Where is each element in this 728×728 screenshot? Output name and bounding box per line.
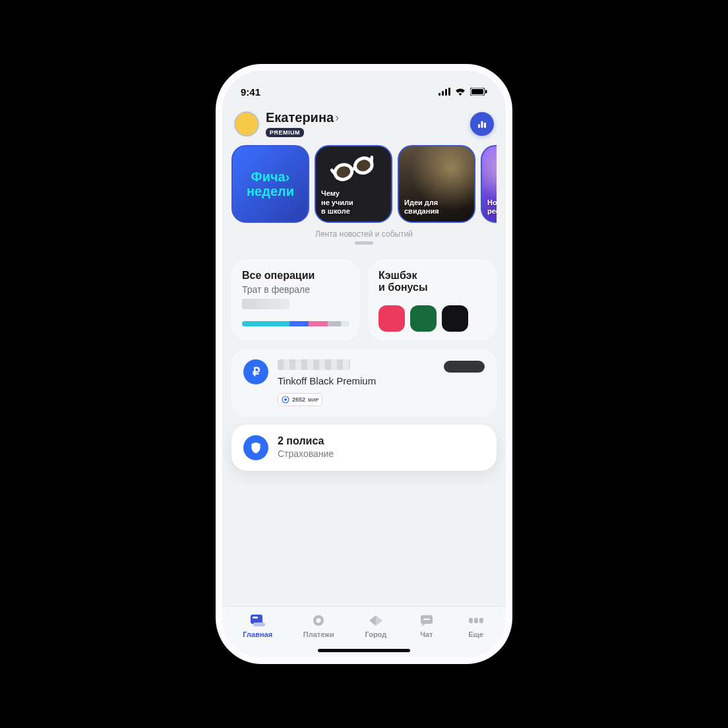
card-scheme: МИР — [308, 398, 318, 402]
cashback-dot-black — [442, 305, 468, 332]
more-tab-icon — [467, 613, 485, 628]
status-bar: 9:41 — [222, 71, 506, 104]
svg-point-18 — [317, 619, 321, 623]
tab-city-label: Город — [365, 630, 386, 638]
svg-rect-8 — [481, 121, 483, 128]
svg-rect-5 — [471, 89, 483, 94]
svg-rect-6 — [485, 90, 487, 94]
story-new-restaurants[interactable]: Новые рестора — [481, 145, 497, 223]
payments-tab-icon — [309, 613, 328, 628]
story-0-line1: Фича — [251, 169, 286, 184]
operations-title: Все операции — [242, 270, 349, 282]
cashback-categories — [379, 305, 486, 332]
svg-rect-9 — [484, 122, 486, 127]
status-time: 9:41 — [241, 86, 260, 98]
svg-point-10 — [333, 162, 354, 181]
story-0-title: Фича› недели — [247, 169, 294, 198]
analytics-button[interactable] — [470, 112, 494, 136]
status-indicators — [439, 88, 487, 96]
city-tab-icon — [367, 613, 385, 628]
feed-label: Лента новостей и событий — [231, 229, 497, 239]
svg-rect-3 — [448, 88, 450, 96]
linked-card[interactable]: 2652 МИР — [278, 393, 322, 406]
insurance-subtitle: Страхование — [278, 448, 485, 459]
svg-rect-22 — [474, 618, 478, 623]
bar-chart-icon — [476, 118, 488, 130]
premium-badge: PREMIUM — [266, 128, 304, 137]
cashback-dot-red — [379, 305, 405, 332]
svg-rect-0 — [439, 93, 440, 96]
avatar[interactable] — [234, 111, 259, 136]
cashback-subtitle: и бонусы — [379, 282, 486, 293]
account-balance-hidden — [278, 359, 350, 370]
card-last4: 2652 — [292, 396, 305, 403]
widget-row: Все операции Трат в феврале Кэшбэк и бон… — [231, 259, 497, 341]
wifi-icon — [454, 88, 466, 96]
tab-chat[interactable]: Чат — [417, 613, 436, 638]
story-date-ideas[interactable]: Идеи для свидания — [398, 145, 475, 223]
cashback-widget[interactable]: Кэшбэк и бонусы — [368, 259, 497, 341]
tab-payments-label: Платежи — [303, 630, 334, 638]
chat-tab-icon — [417, 613, 436, 628]
story-feature-of-week[interactable]: Фича› недели — [231, 145, 309, 223]
home-indicator[interactable] — [318, 649, 410, 652]
operations-widget[interactable]: Все операции Трат в феврале — [231, 259, 360, 341]
svg-rect-14 — [251, 615, 262, 624]
account-main: Tinkoff Black Premium 2652 МИР — [278, 359, 435, 406]
tab-more-label: Еще — [468, 630, 483, 638]
stories-row[interactable]: Фича› недели Чему не учили в школе Идеи … — [231, 145, 497, 223]
home-tab-icon — [249, 613, 267, 628]
svg-rect-23 — [479, 618, 483, 623]
insurance-title: 2 полиса — [278, 435, 485, 447]
tab-home[interactable]: Главная — [243, 613, 272, 638]
cashback-title: Кэшбэк — [379, 270, 486, 282]
tab-more[interactable]: Еще — [467, 613, 485, 638]
ruble-icon: ₽ — [243, 359, 268, 384]
glasses-icon — [328, 148, 379, 190]
svg-rect-20 — [423, 619, 430, 620]
account-name: Tinkoff Black Premium — [278, 375, 435, 386]
svg-rect-1 — [442, 91, 444, 96]
insurance-card[interactable]: 2 полиса Страхование — [231, 425, 497, 471]
user-name-label: Екатерина — [266, 110, 334, 125]
card-chip-icon — [282, 396, 289, 404]
phone-frame: 9:41 Екатерина › PREMIUM — [222, 71, 506, 657]
account-action-pill[interactable] — [444, 361, 485, 373]
svg-rect-7 — [478, 124, 480, 128]
user-name-row: Екатерина › — [266, 110, 464, 125]
shield-icon — [243, 435, 268, 460]
tab-city[interactable]: Город — [365, 613, 386, 638]
tab-home-label: Главная — [243, 630, 272, 638]
user-header: Екатерина › PREMIUM — [231, 110, 497, 137]
tab-chat-label: Чат — [420, 630, 433, 638]
cashback-dot-green — [410, 305, 437, 332]
tab-payments[interactable]: Платежи — [303, 613, 334, 638]
story-3-title: Новые рестора — [487, 198, 497, 217]
user-block[interactable]: Екатерина › PREMIUM — [266, 110, 464, 137]
svg-rect-15 — [253, 617, 258, 619]
svg-rect-2 — [445, 89, 447, 96]
svg-rect-16 — [253, 622, 265, 626]
story-2-title: Идеи для свидания — [404, 198, 469, 217]
main-content: Екатерина › PREMIUM Фича› недели — [222, 104, 506, 606]
spend-breakdown-bar — [242, 321, 349, 326]
account-card[interactable]: ₽ Tinkoff Black Premium 2652 МИР — [231, 349, 497, 417]
operations-subtitle: Трат в феврале — [242, 284, 349, 295]
operations-amount-hidden — [242, 299, 289, 309]
chevron-right-icon: › — [335, 111, 339, 125]
svg-point-13 — [284, 398, 287, 401]
feed-drag-handle[interactable] — [355, 241, 373, 245]
insurance-main: 2 полиса Страхование — [278, 435, 485, 460]
cellular-icon — [439, 88, 450, 96]
story-school[interactable]: Чему не учили в школе — [315, 145, 392, 223]
story-0-line2: недели — [247, 184, 294, 198]
battery-icon — [470, 88, 487, 96]
story-1-title: Чему не учили в школе — [321, 189, 386, 216]
svg-rect-21 — [469, 618, 473, 623]
